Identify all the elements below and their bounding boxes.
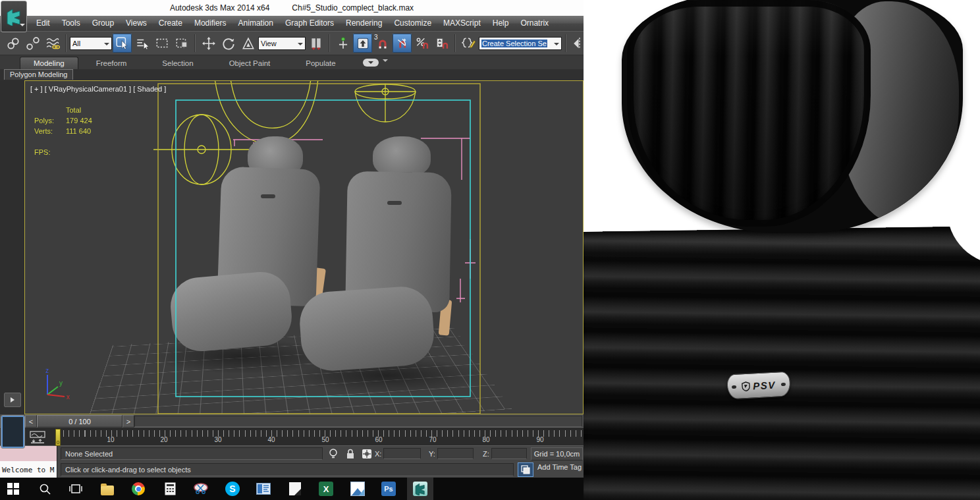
- taskbar-search-button[interactable]: [37, 481, 53, 497]
- calculator-button[interactable]: [162, 481, 178, 497]
- percent-snap-toggle-button[interactable]: [412, 34, 431, 53]
- chrome-icon: [132, 482, 145, 495]
- spinner-snap-toggle-button[interactable]: [432, 34, 451, 53]
- menu-ornatrix[interactable]: Ornatrix: [514, 16, 555, 31]
- time-slider-track[interactable]: [134, 416, 582, 427]
- status-bar: Welcome to M None Selected X: Y:: [0, 445, 584, 478]
- named-selection-sets-dropdown[interactable]: Create Selection Se: [479, 37, 562, 50]
- menu-tools[interactable]: Tools: [56, 16, 86, 31]
- track-bar[interactable]: 10 20 30 40 50 60 70 80 90 0: [0, 428, 584, 446]
- menu-views[interactable]: Views: [120, 16, 153, 31]
- maxscript-mini-listener[interactable]: Welcome to M: [0, 461, 57, 478]
- x-coordinate-input[interactable]: [383, 448, 421, 459]
- tab-freeform[interactable]: Freeform: [78, 57, 145, 69]
- menu-graph-editors[interactable]: Graph Editors: [279, 16, 340, 31]
- snipping-tool-button[interactable]: [193, 481, 209, 497]
- select-by-name-button[interactable]: [132, 34, 151, 53]
- menu-create[interactable]: Create: [153, 16, 188, 31]
- use-pivot-point-center-button[interactable]: [306, 34, 325, 53]
- selection-filter-dropdown[interactable]: All: [70, 37, 112, 50]
- select-and-move-button[interactable]: [199, 34, 218, 53]
- next-frame-button[interactable]: >: [122, 415, 134, 428]
- 3dsmax-window: Autodesk 3ds Max 2014 x64 Ch#5_Studio_co…: [0, 0, 584, 478]
- absolute-mode-icon[interactable]: [360, 447, 373, 460]
- named-selection-sets-icon: [462, 36, 476, 51]
- menu-modifiers[interactable]: Modifiers: [188, 16, 232, 31]
- skype-button[interactable]: S: [225, 481, 240, 497]
- search-icon: [39, 483, 51, 495]
- safe-frame-overlay: [25, 81, 584, 414]
- mini-curve-editor-icon[interactable]: [30, 431, 45, 444]
- add-time-tag-button[interactable]: Add Time Tag: [537, 463, 582, 471]
- ruler-label: 70: [429, 436, 436, 443]
- ribbon-minimize-button[interactable]: [363, 59, 379, 67]
- menu-rendering[interactable]: Rendering: [340, 16, 388, 31]
- y-coordinate-input[interactable]: [437, 448, 474, 459]
- tab-object-paint[interactable]: Object Paint: [211, 57, 288, 69]
- ruler-label: 20: [160, 436, 167, 443]
- menu-maxscript[interactable]: MAXScript: [437, 16, 487, 31]
- menu-edit[interactable]: Edit: [30, 16, 56, 31]
- polygon-modeling-panel-tab[interactable]: Polygon Modeling: [4, 69, 73, 80]
- keyboard-shortcut-override-button[interactable]: [353, 34, 372, 53]
- toolbar-separator: [194, 34, 196, 52]
- office-document-button[interactable]: [256, 481, 271, 497]
- angle-snap-toggle-button[interactable]: [393, 34, 412, 53]
- stats-polys-label: Polys:: [34, 115, 59, 126]
- y-coordinate-label: Y:: [429, 450, 435, 458]
- tab-populate[interactable]: Populate: [288, 57, 353, 69]
- start-button[interactable]: [5, 481, 21, 497]
- notepad-button[interactable]: [287, 481, 303, 497]
- window-crossing-toggle-button[interactable]: [172, 34, 191, 53]
- previous-frame-button[interactable]: <: [25, 415, 37, 428]
- menu-help[interactable]: Help: [487, 16, 515, 31]
- time-slider-handle[interactable]: 0 / 100: [37, 415, 122, 428]
- 3dsmax-taskbar-button[interactable]: [412, 481, 428, 497]
- isolate-selection-button[interactable]: [518, 462, 533, 477]
- z-coordinate-input[interactable]: [491, 448, 527, 459]
- keyboard-override-bulb-icon[interactable]: [327, 447, 340, 460]
- excel-button[interactable]: X: [318, 481, 334, 497]
- camera-viewport[interactable]: [ + ] [ VRayPhysicalCamera01 ] [ Shaded …: [24, 80, 584, 414]
- office-document-icon: [256, 483, 271, 495]
- rotate-icon: [221, 36, 236, 51]
- tab-modeling[interactable]: Modeling: [20, 57, 78, 69]
- photos-button[interactable]: [350, 481, 366, 497]
- snaps-toggle-button[interactable]: 3: [373, 34, 392, 53]
- app-title: Autodesk 3ds Max 2014 x64: [170, 3, 269, 13]
- current-frame-marker[interactable]: 0: [55, 429, 61, 446]
- chevron-down-icon[interactable]: [383, 59, 388, 65]
- chrome-button[interactable]: [130, 481, 146, 497]
- stats-verts-label: Verts:: [34, 126, 59, 136]
- photoshop-button[interactable]: Ps: [381, 481, 396, 497]
- excel-icon: X: [319, 482, 333, 496]
- toolbar-separator: [65, 34, 67, 52]
- active-layout-tab[interactable]: [1, 416, 24, 448]
- layout-flyout-button[interactable]: [4, 393, 21, 407]
- select-and-manipulate-button[interactable]: [333, 34, 352, 53]
- application-menu-button[interactable]: [1, 1, 27, 32]
- menu-group[interactable]: Group: [86, 16, 120, 31]
- select-and-scale-button[interactable]: [238, 34, 258, 53]
- space-warp-icon: [45, 36, 60, 51]
- reference-coordinate-system-dropdown[interactable]: View: [258, 37, 306, 50]
- select-and-rotate-button[interactable]: [219, 34, 238, 53]
- edit-named-selection-sets-button[interactable]: [459, 34, 478, 53]
- mirror-button[interactable]: [570, 34, 584, 53]
- seat-back-render: [584, 226, 980, 500]
- tab-selection[interactable]: Selection: [144, 57, 211, 69]
- menu-customize[interactable]: Customize: [388, 16, 437, 31]
- unlink-selection-button[interactable]: [23, 34, 42, 53]
- menu-animation[interactable]: Animation: [232, 16, 279, 31]
- task-view-button[interactable]: [68, 481, 84, 497]
- file-explorer-button[interactable]: [99, 481, 115, 497]
- window-crossing-icon: [175, 36, 189, 51]
- maxscript-listener-macro-pane[interactable]: [0, 446, 57, 461]
- rectangular-selection-region-button[interactable]: [152, 34, 171, 53]
- select-object-button[interactable]: [113, 34, 132, 53]
- bind-to-space-warp-button[interactable]: [43, 34, 62, 53]
- selection-lock-icon[interactable]: [344, 447, 357, 460]
- select-and-link-button[interactable]: [3, 34, 22, 53]
- move-icon: [202, 36, 216, 51]
- viewport-label[interactable]: [ + ] [ VRayPhysicalCamera01 ] [ Shaded …: [30, 85, 166, 93]
